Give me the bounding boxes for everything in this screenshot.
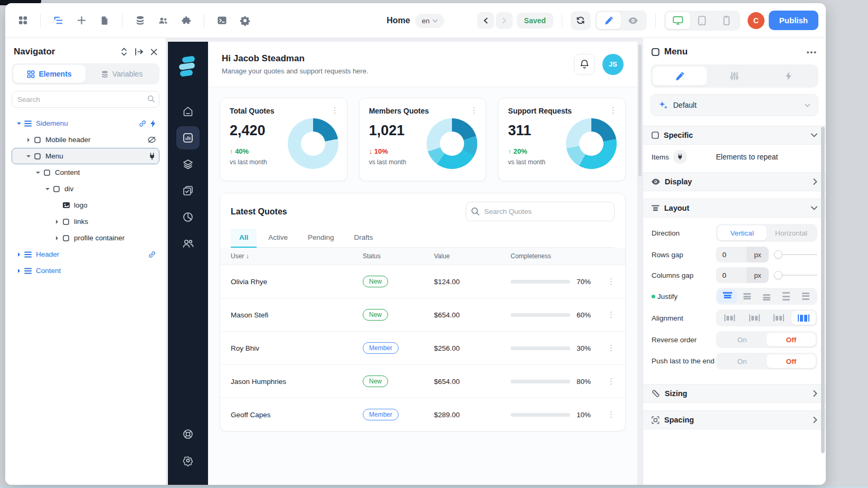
tree-item-div[interactable]: div xyxy=(12,181,159,197)
section-spacing[interactable]: Spacing xyxy=(643,410,826,429)
caret-down-icon[interactable] xyxy=(34,170,42,176)
tab-drafts[interactable]: Drafts xyxy=(346,229,382,247)
inspector-menu-icon[interactable]: ••• xyxy=(807,48,817,56)
settings-gear-icon[interactable] xyxy=(235,11,255,31)
unit-selector[interactable]: px xyxy=(747,247,769,262)
section-specific[interactable]: Specific xyxy=(643,126,826,145)
add-component-icon[interactable] xyxy=(71,11,91,31)
push-on-button[interactable]: On xyxy=(718,354,767,368)
console-icon[interactable] xyxy=(212,11,232,31)
kebab-menu-icon[interactable]: ⋮ xyxy=(609,106,618,115)
caret-down-icon[interactable] xyxy=(44,186,51,192)
close-icon[interactable] xyxy=(150,49,157,55)
section-sizing[interactable]: Sizing xyxy=(643,384,826,403)
tree-item-content-root[interactable]: Content xyxy=(12,262,159,279)
settings-gear-icon[interactable] xyxy=(176,449,200,472)
kebab-menu-icon[interactable]: ⋮ xyxy=(591,310,615,320)
style-source-selector[interactable]: Default xyxy=(650,94,818,116)
kebab-menu-icon[interactable]: ⋮ xyxy=(470,106,478,115)
tab-all[interactable]: All xyxy=(231,229,257,247)
search-input[interactable] xyxy=(12,91,159,108)
tab-style[interactable] xyxy=(653,67,707,86)
tree-item-menu[interactable]: Menu xyxy=(12,148,159,164)
tree-item-profile-container[interactable]: profile container xyxy=(12,230,159,246)
undo-button[interactable] xyxy=(477,12,494,29)
dock-panel-icon[interactable] xyxy=(135,48,143,55)
members-icon[interactable] xyxy=(153,11,173,31)
inspector-scrollbar[interactable] xyxy=(821,127,825,453)
kebab-menu-icon[interactable]: ⋮ xyxy=(591,277,615,286)
tree-item-sidemenu[interactable]: Sidemenu xyxy=(12,115,159,132)
tab-interactions[interactable] xyxy=(762,67,816,86)
rows-gap-input[interactable]: 0 px xyxy=(716,247,769,262)
analytics-icon[interactable] xyxy=(176,126,200,149)
publish-button[interactable]: Publish xyxy=(769,11,818,30)
col-user[interactable]: User ↓ xyxy=(231,252,363,260)
bind-data-button[interactable] xyxy=(673,150,687,164)
tab-variables[interactable]: Variables xyxy=(86,65,158,83)
tree-item-content[interactable]: Content xyxy=(12,164,159,181)
quotes-search-input[interactable] xyxy=(466,202,615,221)
columns-gap-slider[interactable] xyxy=(774,271,817,279)
kebab-menu-icon[interactable]: ⋮ xyxy=(591,343,615,353)
push-off-button[interactable]: Off xyxy=(767,354,816,368)
tablet-breakpoint-button[interactable] xyxy=(690,12,714,29)
tab-elements[interactable]: Elements xyxy=(13,65,86,83)
help-icon[interactable] xyxy=(176,423,200,446)
users-icon[interactable] xyxy=(176,232,200,255)
caret-down-icon[interactable] xyxy=(25,153,32,159)
layers-icon[interactable] xyxy=(176,153,200,176)
current-page-title[interactable]: Home xyxy=(386,16,410,25)
preview-mode-button[interactable] xyxy=(621,12,645,29)
sync-icon[interactable] xyxy=(571,11,591,30)
tab-pending[interactable]: Pending xyxy=(299,229,343,247)
align-center-button[interactable] xyxy=(742,311,767,325)
tasks-icon[interactable] xyxy=(176,179,200,202)
tree-item-header[interactable]: Header xyxy=(12,246,159,262)
user-avatar[interactable]: JS xyxy=(602,54,624,75)
tree-item-links[interactable]: links xyxy=(12,213,159,230)
mobile-breakpoint-button[interactable] xyxy=(714,12,739,29)
columns-gap-input[interactable]: 0 px xyxy=(716,267,769,283)
align-end-button[interactable] xyxy=(767,311,791,325)
language-selector[interactable]: en xyxy=(416,14,445,28)
tree-item-logo[interactable]: logo xyxy=(12,197,159,213)
reverse-on-button[interactable]: On xyxy=(718,333,767,346)
canvas-scrollbar[interactable] xyxy=(638,44,641,176)
justify-space-between-button[interactable] xyxy=(777,289,796,303)
navigator-tree-icon[interactable] xyxy=(48,11,68,31)
caret-right-icon[interactable] xyxy=(15,269,23,273)
items-value[interactable]: Elements to repeat xyxy=(716,153,778,161)
justify-space-around-button[interactable] xyxy=(796,289,816,303)
section-layout[interactable]: Layout xyxy=(643,199,826,218)
direction-vertical-button[interactable]: Vertical xyxy=(718,226,767,240)
caret-right-icon[interactable] xyxy=(25,138,32,142)
caret-right-icon[interactable] xyxy=(53,220,61,224)
tab-active[interactable]: Active xyxy=(260,229,296,247)
align-start-button[interactable] xyxy=(718,311,742,325)
tree-item-mobile-header[interactable]: Mobile header xyxy=(12,132,159,148)
desktop-breakpoint-button[interactable] xyxy=(666,12,690,29)
dashboard-grid-icon[interactable] xyxy=(13,11,33,31)
unit-selector[interactable]: px xyxy=(747,267,769,283)
edit-mode-button[interactable] xyxy=(597,12,621,29)
home-icon[interactable] xyxy=(176,100,200,123)
caret-right-icon[interactable] xyxy=(15,252,23,257)
extensions-puzzle-icon[interactable] xyxy=(176,11,196,31)
eye-off-icon[interactable] xyxy=(148,136,156,143)
redo-button[interactable] xyxy=(496,12,513,29)
reverse-off-button[interactable]: Off xyxy=(767,333,816,346)
pie-chart-icon[interactable] xyxy=(176,205,200,229)
justify-start-button[interactable] xyxy=(718,289,737,303)
pages-icon[interactable] xyxy=(95,11,115,31)
section-display[interactable]: Display xyxy=(643,172,826,191)
expand-collapse-icon[interactable] xyxy=(121,48,127,56)
cms-database-icon[interactable] xyxy=(130,11,150,31)
justify-center-button[interactable] xyxy=(737,289,757,303)
justify-end-button[interactable] xyxy=(757,289,776,303)
kebab-menu-icon[interactable]: ⋮ xyxy=(331,106,339,115)
account-avatar[interactable]: C xyxy=(748,12,765,29)
align-stretch-button[interactable] xyxy=(791,311,816,325)
caret-right-icon[interactable] xyxy=(53,236,61,240)
rows-gap-slider[interactable] xyxy=(774,250,817,259)
